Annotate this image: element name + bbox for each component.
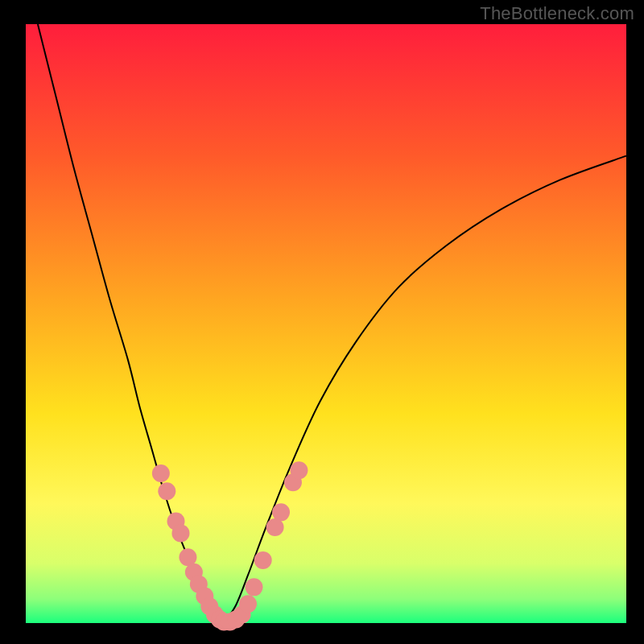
scatter-point (245, 578, 262, 596)
scatter-point (272, 503, 290, 521)
plot-background (26, 24, 626, 623)
chart-root: TheBottleneck.com (0, 0, 644, 644)
scatter-point (290, 461, 308, 479)
scatter-point (254, 551, 272, 569)
scatter-point (171, 524, 189, 542)
chart-svg (0, 0, 644, 644)
scatter-point (152, 464, 170, 482)
scatter-point (239, 595, 257, 613)
scatter-point (158, 482, 175, 500)
watermark-text: TheBottleneck.com (480, 3, 634, 24)
